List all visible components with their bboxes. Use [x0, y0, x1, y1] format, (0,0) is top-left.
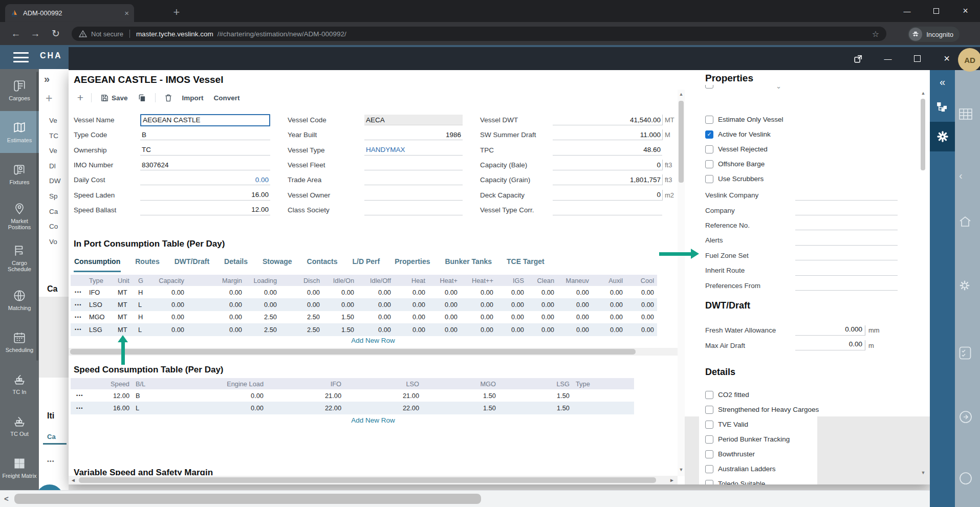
cell-heat[interactable]: 0.00 [394, 286, 428, 298]
tab-consumption[interactable]: Consumption [74, 255, 121, 272]
cell-maneuv[interactable]: 0.00 [557, 286, 592, 298]
tab-stowage[interactable]: Stowage [262, 255, 293, 272]
checkbox-estimate-only-vessel[interactable]: Estimate Only Vessel [705, 112, 910, 127]
page-scrollbar-thumb[interactable] [14, 494, 481, 504]
cell-auxil[interactable]: 0.00 [592, 286, 626, 298]
url-bar[interactable]: Not secure master.tyche.veslink.com /#ch… [72, 27, 886, 41]
cell-auxil[interactable]: 0.00 [592, 298, 626, 311]
cell-type[interactable]: MGO [86, 311, 115, 323]
cell-type[interactable]: LSO [86, 298, 115, 311]
checklist-icon[interactable] [959, 346, 971, 360]
window-minimize-button[interactable]: — [892, 7, 922, 15]
import-button[interactable]: Import [182, 94, 204, 102]
cell-heat[interactable]: 0.00 [461, 298, 496, 311]
field-vessel-owner[interactable] [364, 190, 463, 201]
cell-engine-load[interactable]: 0.00 [182, 402, 267, 414]
tab-l-d-perf[interactable]: L/D Perf [352, 255, 381, 272]
add-new-row-link-2[interactable]: Add New Row [69, 416, 678, 424]
field-daily-cost[interactable]: 0.00 [140, 174, 270, 185]
cell-ifo[interactable]: 21.00 [267, 389, 344, 402]
sidebar-item-cargoes[interactable]: Cargoes [0, 69, 39, 111]
cell-disch[interactable]: 2.50 [280, 323, 323, 336]
sidebar-item-market-positions[interactable]: Market Positions [0, 195, 39, 237]
tab-contacts[interactable]: Contacts [307, 255, 338, 272]
row-menu-button[interactable]: ••• [71, 286, 86, 298]
cell-heat[interactable]: 0.00 [428, 311, 461, 323]
cell-cool[interactable]: 0.00 [626, 298, 657, 311]
field-imo-number[interactable]: 8307624 [140, 160, 270, 170]
tab-dwt-draft[interactable]: DWT/Draft [174, 255, 210, 272]
add-new-row-link[interactable]: Add New Row [69, 337, 678, 344]
cell-clean[interactable]: 0.00 [527, 323, 557, 336]
vessel-properties-gear-button[interactable] [930, 122, 955, 151]
cell-type[interactable]: LSG [86, 323, 115, 336]
cell-unit[interactable]: MT [115, 323, 135, 336]
cell-heat[interactable]: 0.00 [394, 298, 428, 311]
row-menu-button[interactable]: ••• [71, 323, 86, 336]
scroll-left-icon[interactable]: ◄ [70, 476, 77, 484]
cell-igs[interactable]: 0.00 [496, 323, 527, 336]
refresh-icon[interactable]: ↻ [47, 22, 64, 45]
cell-auxil[interactable]: 0.00 [592, 311, 626, 323]
cell-cool[interactable]: 0.00 [626, 323, 657, 336]
field-deck-capacity[interactable]: 0 [553, 190, 662, 201]
bookmark-star-icon[interactable]: ☆ [872, 29, 879, 39]
properties-scroll-down-icon[interactable]: ▼ [920, 470, 927, 475]
cell-g[interactable]: H [135, 311, 149, 323]
settings-gear-icon[interactable] [959, 280, 970, 291]
open-in-new-window-icon[interactable] [848, 47, 868, 70]
hamburger-menu-icon[interactable] [13, 52, 29, 62]
dialog-bottom-hscrollbar[interactable]: ◄ ► [69, 476, 678, 484]
cell-margin[interactable]: 0.00 [187, 311, 245, 323]
cell-speed[interactable]: 16.00 [89, 402, 133, 414]
grid-table-icon[interactable] [959, 108, 972, 120]
cell-igs[interactable]: 0.00 [496, 311, 527, 323]
row-menu-button[interactable]: ••• [71, 389, 89, 402]
save-button[interactable]: Save [101, 94, 128, 102]
sidebar-item-estimates[interactable]: Estimates [0, 111, 39, 153]
tab-properties[interactable]: Properties [394, 255, 430, 272]
cell-ifo[interactable]: 22.00 [267, 402, 344, 414]
window-maximize-button[interactable] [922, 8, 951, 14]
cell-speed[interactable]: 12.00 [89, 389, 133, 402]
cell-maneuv[interactable]: 0.00 [557, 323, 592, 336]
cell-capacity[interactable]: 0.00 [149, 311, 187, 323]
chevron-left-icon[interactable]: ‹ [959, 170, 963, 182]
cell-disch[interactable]: 0.00 [280, 286, 323, 298]
cell-idle-off[interactable]: 0.00 [357, 323, 394, 336]
cell-heat[interactable]: 0.00 [461, 323, 496, 336]
background-row-menu[interactable]: ••• [47, 458, 55, 464]
expand-panel-icon[interactable]: » [44, 73, 50, 85]
new-tab-button[interactable]: + [169, 5, 184, 20]
checkbox-strengthened-for-heavy-cargoes[interactable]: Strengthened for Heavy Cargoes [705, 402, 910, 417]
cell-loading[interactable]: 2.50 [245, 323, 280, 336]
link-vessel-type[interactable]: HANDYMAX [364, 145, 463, 156]
cell-idle-off[interactable]: 0.00 [357, 286, 394, 298]
cell-g[interactable]: L [135, 298, 149, 311]
cell-heat[interactable]: 0.00 [428, 323, 461, 336]
cell-idle-on[interactable]: 1.50 [323, 311, 357, 323]
sidebar-item-tc-in[interactable]: TC In [0, 363, 39, 405]
cell-engine-load[interactable]: 0.00 [182, 389, 267, 402]
cell-heat[interactable]: 0.00 [394, 311, 428, 323]
checkbox-active-for-veslink[interactable]: ✓Active for Veslink [705, 127, 910, 142]
tab-routes[interactable]: Routes [135, 255, 160, 272]
cell-idle-on[interactable]: 0.00 [323, 286, 357, 298]
background-tab-fragment[interactable]: Ca [47, 433, 56, 440]
tab-bunker-tanks[interactable]: Bunker Tanks [444, 255, 492, 272]
row-menu-button[interactable]: ••• [71, 402, 89, 414]
field-trade-area[interactable] [364, 174, 463, 185]
background-add-icon[interactable]: + [46, 92, 52, 105]
field-capacity-bale[interactable]: 0 [553, 160, 662, 170]
field-tpc[interactable]: 48.60 [553, 145, 662, 156]
forward-icon[interactable]: → [27, 22, 44, 45]
field-capacity-grain[interactable]: 1,801,757 [553, 174, 662, 185]
cell-lsg[interactable]: 1.50 [499, 402, 573, 414]
scroll-up-icon[interactable]: ▲ [678, 92, 685, 97]
tab-details[interactable]: Details [224, 255, 248, 272]
page-hscrollbar[interactable]: < [0, 490, 930, 507]
field-alerts[interactable] [795, 235, 898, 246]
row-menu-button[interactable]: ••• [71, 311, 86, 323]
cell-margin[interactable]: 0.00 [187, 323, 245, 336]
sidebar-scrollbar[interactable] [36, 72, 38, 361]
